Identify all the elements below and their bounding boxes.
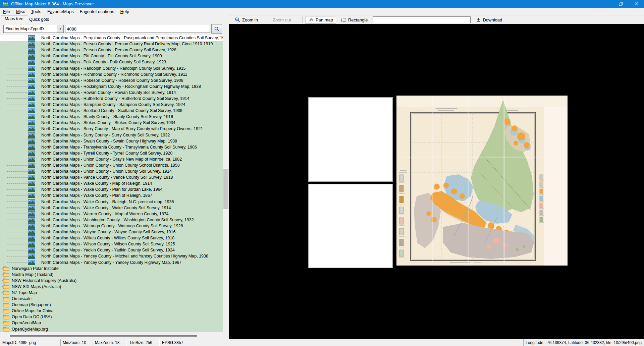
map-image-icon xyxy=(28,187,35,192)
zoom-in-button[interactable]: Zoom in xyxy=(232,16,261,24)
status-panel: Longitude=-76.139374, Latitude=36.432332… xyxy=(523,339,644,346)
tree-item-map[interactable]: North Carolina Maps - Wake County - Plan… xyxy=(0,192,223,198)
tab-maps-tree[interactable]: Maps tree xyxy=(1,15,27,23)
tree-item-map[interactable]: North Carolina Maps - Perquimans County … xyxy=(0,35,223,41)
tree-item-label: North Carolina Maps - Wake County - Rale… xyxy=(41,199,174,205)
tree-item-map[interactable]: North Carolina Maps - Yadkin County - Ya… xyxy=(0,247,223,253)
tree-item-map[interactable]: North Carolina Maps - Randolph County - … xyxy=(0,65,223,71)
map-image-icon xyxy=(28,66,35,71)
tree-item-map[interactable]: North Carolina Maps - Person County - Pe… xyxy=(0,41,223,47)
close-icon xyxy=(635,2,638,6)
zoom-out-button[interactable]: Zoom out xyxy=(270,16,294,24)
find-by-combobox[interactable]: Find by MapsTypeID ▼ xyxy=(3,25,64,33)
search-button[interactable] xyxy=(211,24,222,34)
tree-item-map[interactable]: North Carolina Maps - Polk County - Polk… xyxy=(0,59,223,65)
folder-icon xyxy=(3,284,9,289)
tree-item-map[interactable]: North Carolina Maps - Wayne County - Way… xyxy=(0,229,223,235)
map-canvas[interactable] xyxy=(229,24,644,339)
menu-item[interactable]: FavoriteMaps xyxy=(44,8,77,15)
tree-item-map[interactable]: North Carolina Maps - Scotland County - … xyxy=(0,108,223,114)
tree-item-map[interactable]: North Carolina Maps - Pitt County - Pitt… xyxy=(0,53,223,59)
tree-item-folder[interactable]: Online Maps for China xyxy=(0,308,223,314)
tree-item-folder[interactable]: OpenAerialMap xyxy=(0,320,223,326)
tree-item-map[interactable]: North Carolina Maps - Watauga County - W… xyxy=(0,223,223,229)
panel-tabs: Maps tree Quick goto xyxy=(0,15,229,23)
window-title: Offline Map Maker 8.364 - Maps Previewer xyxy=(11,1,94,6)
maps-tree[interactable]: North Carolina Maps - Perquimans County … xyxy=(0,35,229,332)
tree-item-label: Online Maps for China xyxy=(12,308,53,314)
tree-item-map[interactable]: North Carolina Maps - Surry County - Map… xyxy=(0,126,223,132)
tree-item-map[interactable]: North Carolina Maps - Vance County - Van… xyxy=(0,174,223,180)
folder-icon xyxy=(3,296,9,301)
tree-item-map[interactable]: North Carolina Maps - Union County - Gra… xyxy=(0,156,223,162)
tree-item-map[interactable]: North Carolina Maps - Yancey County - Mi… xyxy=(0,253,223,259)
minimize-icon xyxy=(604,2,607,6)
tree-item-label: NZ Topo Map xyxy=(12,290,37,296)
download-button[interactable]: Download xyxy=(473,16,505,24)
tree-item-folder[interactable]: NSW Historical Imagery (Australia) xyxy=(0,278,223,284)
close-button[interactable] xyxy=(629,0,644,8)
pan-map-button[interactable]: Pan map xyxy=(306,16,336,24)
tree-item-map[interactable]: North Carolina Maps - Warren County - Ma… xyxy=(0,211,223,217)
menu-item[interactable]: Help xyxy=(117,8,132,15)
tree-item-label: North Carolina Maps - Rutherford County … xyxy=(41,96,190,102)
tree-item-map[interactable]: North Carolina Maps - Stanly County - St… xyxy=(0,114,223,120)
scrollbar-thumb[interactable] xyxy=(223,169,228,209)
tab-quick-goto[interactable]: Quick goto xyxy=(25,16,53,23)
tree-item-map[interactable]: North Carolina Maps - Wilson County - Wi… xyxy=(0,241,223,247)
tree-item-map[interactable]: North Carolina Maps - Union County - Uni… xyxy=(0,168,223,174)
tree-item-map[interactable]: North Carolina Maps - Wake County - Rale… xyxy=(0,199,223,205)
tree-item-map[interactable]: North Carolina Maps - Rockingham County … xyxy=(0,83,223,90)
tree-item-folder[interactable]: NSW SIX Maps (Australia) xyxy=(0,284,223,290)
tree-item-folder[interactable]: Nostra Map (Thailand) xyxy=(0,272,223,278)
tree-item-map[interactable]: North Carolina Maps - Rutherford County … xyxy=(0,96,223,102)
map-image-icon xyxy=(28,41,35,47)
tree-item-map[interactable]: North Carolina Maps - Yancey County - Ya… xyxy=(0,259,223,265)
tree-vertical-scrollbar[interactable] xyxy=(223,35,229,332)
tree-horizontal-scrollbar[interactable] xyxy=(0,332,229,339)
download-label: Download xyxy=(483,17,502,22)
tree-item-folder[interactable]: Norwegian Polar Institute xyxy=(0,266,223,272)
tree-item-map[interactable]: North Carolina Maps - Washington County … xyxy=(0,217,223,223)
scrollbar-thumb[interactable] xyxy=(10,335,197,337)
map-preview-image[interactable] xyxy=(396,96,568,266)
menu-item[interactable]: FavoriteLocations xyxy=(77,8,117,15)
tree-item-folder[interactable]: Onemap (Singapore) xyxy=(0,302,223,308)
tree-item-map[interactable]: North Carolina Maps - Wake County - Plan… xyxy=(0,186,223,192)
tree-item-map[interactable]: North Carolina Maps - Surry County - Sur… xyxy=(0,132,223,138)
tree-item-map[interactable]: North Carolina Maps - Person County - Pe… xyxy=(0,47,223,53)
zoom-out-label: Zoom out xyxy=(273,17,291,22)
rectangle-button[interactable]: Rectangle xyxy=(338,16,371,24)
tree-item-folder[interactable]: NZ Topo Map xyxy=(0,290,223,296)
tree-item-map[interactable]: North Carolina Maps - Tyrrell County - T… xyxy=(0,150,223,156)
tree-item-label: North Carolina Maps - Union County - Uni… xyxy=(41,162,180,168)
tree-item-map[interactable]: North Carolina Maps - Rowan County - Row… xyxy=(0,90,223,96)
tree-item-map[interactable]: North Carolina Maps - Wake County - Map … xyxy=(0,180,223,186)
tree-item-folder[interactable]: OpenCycleMap.org xyxy=(0,326,223,332)
tree-item-map[interactable]: North Carolina Maps - Robeson County - R… xyxy=(0,77,223,83)
tree-item-label: North Carolina Maps - Pitt County - Pitt… xyxy=(41,53,162,59)
tree-item-map[interactable]: North Carolina Maps - Sampson County - S… xyxy=(0,102,223,108)
map-image-icon xyxy=(28,78,35,83)
download-path-input[interactable] xyxy=(373,16,471,23)
menu-item[interactable]: File xyxy=(0,8,13,15)
tree-item-folder[interactable]: Open Data DC (USA) xyxy=(0,314,223,320)
chevron-down-icon[interactable]: ▼ xyxy=(57,25,63,33)
restore-button[interactable] xyxy=(613,0,629,8)
tree-item-label: North Carolina Maps - Wake County - Map … xyxy=(41,180,152,186)
tree-item-label: North Carolina Maps - Perquimans County … xyxy=(41,35,229,41)
tree-item-folder[interactable]: Omniscale xyxy=(0,296,223,302)
maps-type-id-input[interactable] xyxy=(65,25,210,33)
menu-item[interactable]: Misc xyxy=(13,8,28,15)
tree-item-map[interactable]: North Carolina Maps - Wilkes County - Wi… xyxy=(0,235,223,241)
minimize-button[interactable] xyxy=(598,0,613,8)
tree-item-map[interactable]: North Carolina Maps - Richmond County - … xyxy=(0,71,223,77)
tree-item-map[interactable]: North Carolina Maps - Wake County - Wake… xyxy=(0,205,223,211)
tree-item-map[interactable]: North Carolina Maps - Union County - Uni… xyxy=(0,162,223,168)
menu-item[interactable]: Tools xyxy=(28,8,44,15)
tree-item-label: Open Data DC (USA) xyxy=(12,314,52,320)
tree-item-map[interactable]: North Carolina Maps - Stokes County - St… xyxy=(0,120,223,126)
tree-item-map[interactable]: North Carolina Maps - Swain County - Swa… xyxy=(0,138,223,144)
tree-item-label: North Carolina Maps - Surry County - Sur… xyxy=(41,132,170,138)
tree-item-map[interactable]: North Carolina Maps - Transylvania Count… xyxy=(0,144,223,150)
